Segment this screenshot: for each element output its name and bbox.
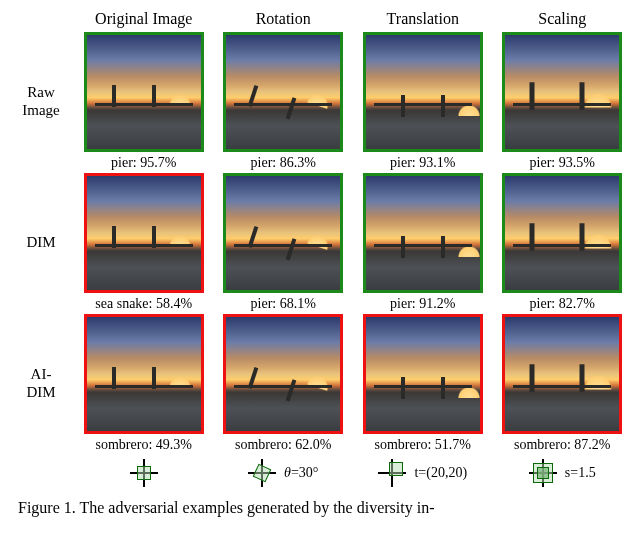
cell-dim-original: sea snake: 58.4%: [78, 173, 210, 312]
thumb-image: [502, 32, 622, 152]
rotation-icon: [248, 459, 276, 487]
param-original: [78, 459, 210, 487]
cell-dim-rotation: pier: 68.1%: [218, 173, 350, 312]
cell-aidim-translation: sombrero: 51.7%: [357, 314, 489, 453]
thumb-image: [223, 32, 343, 152]
thumb-image: [363, 173, 483, 293]
row-label-aidim: AI- DIM: [12, 366, 70, 401]
cell-dim-scaling: pier: 82.7%: [497, 173, 629, 312]
col-head-original: Original Image: [78, 10, 210, 30]
cell-raw-translation: pier: 93.1%: [357, 32, 489, 171]
col-head-translation: Translation: [357, 10, 489, 30]
thumb-image: [84, 32, 204, 152]
translation-icon: [378, 459, 406, 487]
scaling-icon: [529, 459, 557, 487]
cell-aidim-scaling: sombrero: 87.2%: [497, 314, 629, 453]
cell-aidim-original: sombrero: 49.3%: [78, 314, 210, 453]
thumb-image: [84, 314, 204, 434]
param-translation: t=(20,20): [357, 459, 489, 487]
pred-caption: pier: 95.7%: [111, 155, 176, 171]
param-row: θ=θ=30°30° t=(20,20) s=1.5: [12, 459, 628, 487]
cell-aidim-rotation: sombrero: 62.0%: [218, 314, 350, 453]
pred-caption: sombrero: 62.0%: [235, 437, 331, 453]
param-text: s=1.5: [565, 465, 596, 481]
pred-caption: pier: 93.1%: [390, 155, 455, 171]
thumb-image: [363, 32, 483, 152]
cell-raw-original: pier: 95.7%: [78, 32, 210, 171]
col-head-scaling: Scaling: [497, 10, 629, 30]
pred-caption: sombrero: 87.2%: [514, 437, 610, 453]
param-scaling: s=1.5: [497, 459, 629, 487]
pred-caption: pier: 93.5%: [530, 155, 595, 171]
pred-caption: pier: 68.1%: [251, 296, 316, 312]
figure-1: Original Image Rotation Translation Scal…: [0, 0, 640, 517]
pred-caption: sombrero: 49.3%: [96, 437, 192, 453]
pred-caption: sea snake: 58.4%: [95, 296, 192, 312]
cell-dim-translation: pier: 91.2%: [357, 173, 489, 312]
col-head-rotation: Rotation: [218, 10, 350, 30]
row-label-raw: Raw Image: [12, 84, 70, 119]
row-label-dim: DIM: [12, 234, 70, 251]
pred-caption: sombrero: 51.7%: [375, 437, 471, 453]
figure-caption: Figure 1. The adversarial examples gener…: [18, 499, 622, 517]
pred-caption: pier: 86.3%: [251, 155, 316, 171]
identity-icon: [130, 459, 158, 487]
pred-caption: pier: 82.7%: [530, 296, 595, 312]
thumb-image: [223, 314, 343, 434]
pred-caption: pier: 91.2%: [390, 296, 455, 312]
thumb-image: [502, 173, 622, 293]
image-grid: Original Image Rotation Translation Scal…: [12, 10, 628, 453]
cell-raw-rotation: pier: 86.3%: [218, 32, 350, 171]
thumb-image: [363, 314, 483, 434]
param-rotation: θ=θ=30°30°: [218, 459, 350, 487]
param-text: t=(20,20): [414, 465, 467, 481]
thumb-image: [502, 314, 622, 434]
thumb-image: [223, 173, 343, 293]
cell-raw-scaling: pier: 93.5%: [497, 32, 629, 171]
param-text: θ=θ=30°30°: [284, 465, 318, 481]
thumb-image: [84, 173, 204, 293]
